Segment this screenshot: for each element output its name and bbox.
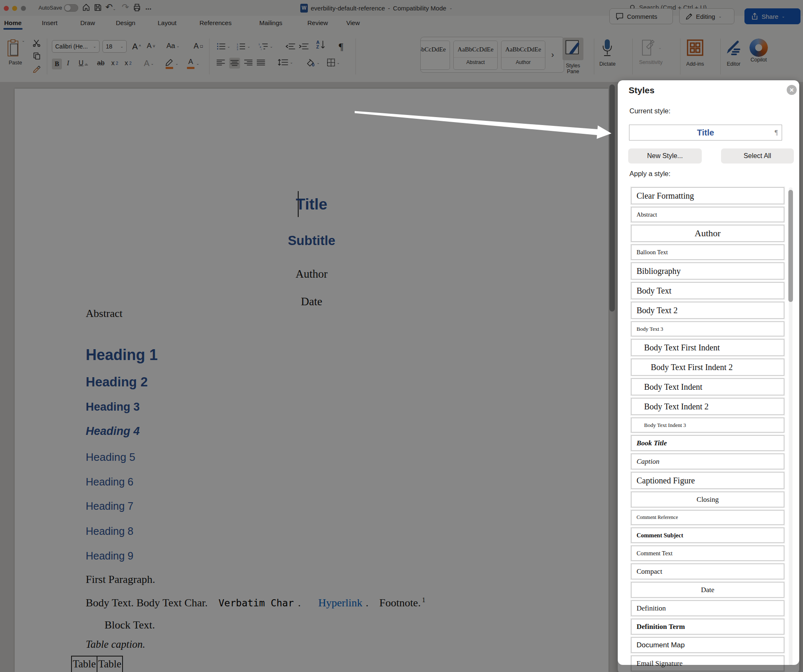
styles-scrollbar[interactable]: [788, 190, 793, 302]
underline-button[interactable]: U⌄: [79, 59, 88, 67]
document-page[interactable]: TitleSubtitleAuthorDateAbstractHeading 1…: [15, 89, 609, 672]
tab-review[interactable]: Review: [307, 19, 328, 26]
select-all-button[interactable]: Select All: [721, 148, 794, 164]
style-list-item[interactable]: Document Map: [631, 637, 784, 653]
home-icon[interactable]: [82, 3, 90, 12]
style-list-item[interactable]: Email Signature: [631, 656, 784, 671]
increase-indent-button[interactable]: [299, 43, 309, 50]
font-size-select[interactable]: 18⌄: [102, 40, 127, 53]
style-list-item[interactable]: Caption: [631, 454, 784, 469]
print-icon[interactable]: [133, 3, 141, 12]
style-list-item[interactable]: Body Text Indent 2: [631, 398, 784, 415]
strikethrough-button[interactable]: ab: [97, 59, 105, 67]
comments-button[interactable]: Comments: [609, 8, 673, 24]
bold-button[interactable]: B: [52, 59, 62, 69]
tab-design[interactable]: Design: [116, 19, 136, 26]
tab-mailings[interactable]: Mailings: [259, 19, 282, 26]
highlight-color-button[interactable]: ⌄: [165, 58, 179, 69]
style-gallery-cell-partial[interactable]: AaBbCcDdEe: [420, 41, 450, 70]
paste-dropdown-icon[interactable]: ⌄: [22, 38, 25, 43]
dictate-button[interactable]: Dictate: [599, 38, 616, 67]
zoom-window-button[interactable]: [21, 6, 26, 11]
tab-references[interactable]: References: [199, 19, 232, 26]
style-list-item[interactable]: Definition Term: [631, 619, 784, 634]
tab-draw[interactable]: Draw: [80, 19, 95, 26]
style-list-item[interactable]: Captioned Figure: [631, 472, 784, 489]
doc-line-h8: Heading 8: [86, 525, 133, 537]
autosave-toggle[interactable]: [64, 4, 78, 12]
editor-button[interactable]: Editor: [724, 38, 743, 67]
copilot-button[interactable]: Copilot: [749, 38, 768, 65]
align-left-button[interactable]: [217, 59, 225, 66]
multilevel-list-button[interactable]: 1ai⌄: [258, 43, 273, 50]
tab-insert[interactable]: Insert: [42, 19, 58, 26]
tab-layout[interactable]: Layout: [158, 19, 176, 26]
numbered-list-button[interactable]: 123⌄: [237, 43, 251, 50]
style-list-item[interactable]: Closing: [631, 492, 784, 507]
cut-icon[interactable]: [33, 39, 41, 49]
new-style-button[interactable]: New Style...: [628, 148, 702, 164]
document-title[interactable]: W everbility-default-reference - Compati…: [300, 3, 453, 13]
current-style-box[interactable]: Title ¶: [629, 125, 782, 141]
style-list-item[interactable]: Body Text: [631, 282, 784, 299]
change-case-button[interactable]: Aa⌄: [166, 42, 179, 50]
style-list-item[interactable]: Author: [631, 225, 784, 242]
style-list-item[interactable]: Abstract: [631, 207, 784, 222]
style-list-item[interactable]: Balloon Text: [631, 245, 784, 260]
style-list-item[interactable]: Date: [631, 582, 784, 598]
styles-pane-button[interactable]: StylesPane: [563, 38, 583, 74]
style-list-item[interactable]: Comment Subject: [631, 528, 784, 543]
style-list-item[interactable]: Body Text First Indent: [631, 339, 784, 356]
style-list-item[interactable]: Body Text 2: [631, 302, 784, 319]
tab-home[interactable]: Home: [4, 19, 22, 26]
style-list-item[interactable]: Clear Formatting: [631, 187, 784, 204]
add-ins-button[interactable]: Add-ins: [686, 38, 704, 67]
document-scrollbar[interactable]: [609, 84, 615, 312]
clear-formatting-button[interactable]: A◇: [194, 42, 203, 51]
doc-line-title: Title: [15, 196, 609, 213]
sort-button[interactable]: AZ: [316, 40, 325, 49]
subscript-button[interactable]: x2: [111, 59, 118, 67]
undo-icon[interactable]: ↶⌄: [105, 3, 116, 13]
editing-mode-button[interactable]: Editing⌄: [679, 8, 734, 24]
more-options-icon[interactable]: •••: [146, 4, 152, 13]
style-list-item[interactable]: Bibliography: [631, 263, 784, 279]
shading-button[interactable]: ⌄: [306, 59, 320, 67]
style-list-item[interactable]: Body Text First Indent 2: [631, 359, 784, 376]
style-list-item[interactable]: Body Text 3: [631, 322, 784, 336]
borders-button[interactable]: ⌄: [327, 59, 340, 67]
style-list-item[interactable]: Book Title: [631, 435, 784, 451]
gallery-expand-icon[interactable]: ›: [551, 50, 554, 59]
style-list-item[interactable]: Comment Reference: [631, 510, 784, 525]
style-gallery-cell-abstract[interactable]: AaBbCcDdEe Abstract: [453, 41, 498, 70]
table-cell: Table: [97, 656, 123, 672]
italic-button[interactable]: I: [67, 59, 69, 67]
minimize-window-button[interactable]: [12, 6, 17, 11]
style-gallery-cell-author[interactable]: AaBbCcDdEe Author: [501, 41, 545, 70]
style-list-item[interactable]: Body Text Indent: [631, 378, 784, 395]
decrease-indent-button[interactable]: [285, 43, 295, 50]
format-painter-icon[interactable]: [33, 65, 41, 74]
style-list-item[interactable]: Compact: [631, 564, 784, 579]
close-window-button[interactable]: [4, 6, 9, 11]
superscript-button[interactable]: x2: [125, 59, 132, 67]
save-icon[interactable]: [94, 3, 102, 12]
tab-view[interactable]: View: [346, 19, 360, 26]
font-color-button[interactable]: A ⌄: [187, 58, 199, 69]
justify-button[interactable]: [257, 59, 265, 66]
copy-icon[interactable]: [33, 52, 41, 61]
grow-font-button[interactable]: A^: [132, 42, 141, 51]
align-right-button[interactable]: [244, 59, 253, 66]
line-spacing-button[interactable]: ⌄: [278, 59, 293, 66]
paste-button[interactable]: ⌄ Paste: [6, 38, 25, 66]
share-button[interactable]: Share⌄: [744, 8, 800, 24]
close-icon[interactable]: ✕: [787, 85, 797, 95]
bullet-list-button[interactable]: ⌄: [217, 43, 230, 50]
show-paragraph-marks-button[interactable]: ¶: [339, 41, 343, 52]
style-list-item[interactable]: Definition: [631, 600, 784, 616]
font-name-select[interactable]: Calibri (He...⌄: [52, 40, 100, 53]
align-center-button[interactable]: [229, 58, 240, 69]
shrink-font-button[interactable]: A˅: [147, 42, 155, 50]
style-list-item[interactable]: Comment Text: [631, 546, 784, 561]
style-list-item[interactable]: Body Text Indent 3: [631, 418, 784, 432]
